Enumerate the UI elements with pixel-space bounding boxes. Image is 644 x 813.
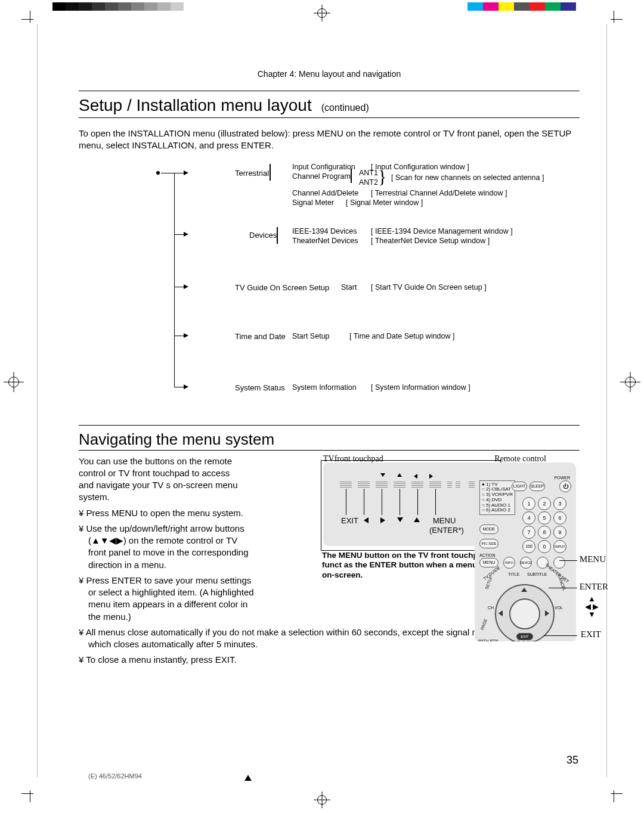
tree-label: Start (341, 283, 357, 291)
arrow-right-icon (184, 333, 188, 338)
remote-picsize-button[interactable]: PIC SIZE (479, 539, 499, 548)
remote-ch-label: CH (488, 606, 494, 610)
tree-label: Devices (249, 231, 277, 240)
crop-mark (21, 787, 37, 802)
remote-circle-button[interactable] (553, 557, 565, 569)
tree-label: [ System Information window ] (371, 383, 470, 392)
crop-mark (607, 787, 623, 802)
triangle-left-icon (364, 517, 369, 523)
remote-digit-0[interactable]: 0 (538, 540, 551, 553)
trim-line (606, 24, 607, 777)
page-number: 35 (566, 754, 578, 767)
remote-digit-5[interactable]: 5 (538, 511, 551, 525)
remote-dvdclear-label: DVD CLEAR (512, 640, 535, 641)
remote-subtitle-label: SUBTITLE (527, 572, 547, 576)
tree-label: ANT2 (359, 178, 378, 187)
leader-line (549, 588, 577, 588)
color-bar (467, 2, 592, 11)
tree-label: Input Configuration (292, 163, 355, 171)
remote-sleep-button[interactable]: SLEEP (530, 482, 545, 491)
remote-source-list: ● 1) TV ○ 2) CBL/SAT ○ 3) VCR/PVR ○ 4) D… (479, 480, 515, 516)
tree-label: [ Start TV Guide On Screen setup ] (371, 283, 487, 291)
remote-callout-arrows: ▲ ◀ ▶ ▼ (585, 595, 599, 618)
remote-digit-2[interactable]: 2 (538, 497, 551, 510)
tree-line (174, 173, 175, 387)
remote-100-button[interactable]: 100 (522, 540, 535, 553)
leader-line (559, 560, 577, 561)
remote-light-button[interactable]: LIGHT (512, 482, 527, 491)
tree-label: [ Terrestrial Channel Add/Delete window … (371, 189, 507, 197)
tree-label: Start Setup (292, 332, 330, 340)
registration-target-icon (620, 372, 640, 392)
page: Chapter 4: Menu layout and navigation Se… (0, 0, 644, 813)
arrow-right-icon (184, 384, 188, 389)
remote-power-button[interactable]: ⏻ (559, 480, 571, 492)
remote-digit-4[interactable]: 4 (522, 511, 535, 525)
registration-target-icon (314, 792, 330, 808)
bullet: Press MENU to open the menu system. (88, 507, 243, 519)
tree-line (161, 173, 184, 173)
remote-illustration: ● 1) TV ○ 2) CBL/SAT ○ 3) VCR/PVR ○ 4) D… (475, 463, 576, 641)
registration-target-icon (4, 372, 24, 392)
remote-input-button[interactable]: INPUT (553, 540, 566, 553)
triangle-left-icon (414, 474, 417, 479)
arrow-right-icon (184, 284, 188, 289)
tree-label: Terrestrial (235, 169, 269, 178)
remote-digit-9[interactable]: 9 (553, 526, 566, 539)
arrow-right-icon (184, 232, 188, 237)
tree-label: Time and Date (235, 332, 286, 341)
tree-label: Signal Meter (292, 198, 334, 207)
touchpad-footnote: The MENU button on the TV front touchpad… (322, 551, 500, 581)
remote-info-button[interactable]: INFO (503, 557, 515, 569)
touchpad-enter-label: (ENTER*) (429, 526, 464, 535)
tree-label: ANT1 (359, 169, 378, 177)
remote-digit-3[interactable]: 3 (553, 497, 566, 510)
rule (79, 425, 580, 426)
bullet: All menus close automatically if you do … (88, 626, 530, 651)
bullet: Use the up/down/left/right arrow buttons… (88, 523, 255, 571)
tree-label: System Status (235, 383, 285, 392)
tree-label: IEEE-1394 Devices (292, 227, 357, 235)
triangle-down-icon (380, 473, 385, 477)
rule (79, 450, 580, 451)
rule (79, 117, 580, 118)
triangle-right-icon (429, 474, 433, 479)
triangle-up-icon (244, 775, 252, 781)
tree-root-dot (156, 171, 160, 175)
remote-action-label: ACTION (479, 553, 495, 557)
page-title: Setup / Installation menu layout (79, 96, 312, 115)
touchpad-menu-label: MENU (433, 516, 456, 525)
triangle-left-icon (499, 610, 503, 616)
content-area: Chapter 4: Menu layout and navigation Se… (79, 69, 580, 646)
remote-digit-1[interactable]: 1 (522, 497, 535, 510)
remote-pathrtn-label: PATH RTN (478, 639, 499, 641)
tree-label: [ Signal Meter window ] (346, 198, 423, 207)
triangle-right-icon (545, 610, 549, 616)
remote-mode-button[interactable]: MODE (479, 525, 499, 534)
remote-digit-8[interactable]: 8 (538, 526, 551, 539)
bracket-line (270, 164, 271, 181)
remote-menu-button[interactable]: MENU (479, 558, 499, 567)
remote-enter-button[interactable] (509, 598, 540, 629)
tree-label: Channel Program (292, 172, 351, 181)
remote-device-button[interactable]: DEVICE (520, 557, 532, 569)
tree-line (174, 234, 184, 235)
trim-line (37, 24, 38, 777)
footer-code: (E) 46/52/62HM94 (88, 772, 142, 780)
remote-exit-button[interactable]: EXIT (516, 633, 533, 640)
tree-label: TheaterNet Devices (292, 237, 358, 245)
tree-label: [ TheaterNet Device Setup window ] (371, 237, 490, 245)
remote-digit-7[interactable]: 7 (522, 526, 535, 539)
tree-label: [ Time and Date Setup window ] (349, 332, 454, 340)
remote-digit-6[interactable]: 6 (553, 511, 566, 525)
tree-label: Channel Add/Delete (292, 189, 358, 197)
tree-line (174, 336, 184, 336)
crop-mark (21, 11, 37, 26)
leader-line (544, 635, 577, 636)
rule (79, 91, 580, 91)
nav-intro: You can use the buttons on the remote co… (79, 455, 246, 504)
tree-label: System Information (292, 383, 357, 392)
section-heading: Navigating the menu system (79, 430, 580, 449)
triangle-right-icon (380, 517, 385, 523)
tree-line (174, 287, 184, 287)
